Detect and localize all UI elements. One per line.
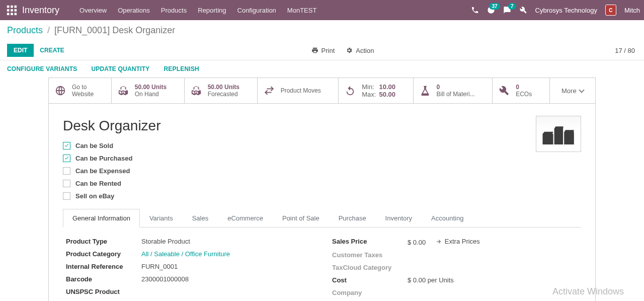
value-product-type: Storable Product bbox=[141, 238, 190, 245]
exchange-icon bbox=[264, 85, 275, 96]
breadcrumb-leaf: [FURN_0001] Desk Organizer bbox=[54, 25, 175, 35]
phone-icon[interactable] bbox=[471, 6, 479, 14]
top-nav: Inventory Overview Operations Products R… bbox=[0, 0, 644, 20]
label-company: Company bbox=[332, 289, 408, 296]
print-action[interactable]: Print bbox=[311, 47, 335, 54]
svg-rect-4 bbox=[11, 9, 13, 12]
caret-down-icon bbox=[579, 87, 584, 93]
value-sales-price: $ 0.00 bbox=[408, 239, 426, 246]
label-unspsc: UNSPSC Product bbox=[66, 288, 141, 295]
menu-configuration[interactable]: Configuration bbox=[237, 7, 276, 14]
boxes-icon bbox=[118, 85, 129, 96]
product-image[interactable] bbox=[536, 116, 581, 152]
activities-badge: 37 bbox=[489, 3, 500, 10]
tab-general[interactable]: General Information bbox=[63, 209, 140, 228]
value-barcode: 2300001000008 bbox=[141, 275, 189, 283]
replenish-link[interactable]: REPLENISH bbox=[164, 65, 199, 72]
organizer-icon bbox=[541, 121, 576, 147]
label-product-type: Product Type bbox=[66, 238, 141, 245]
tab-general-content: Product TypeStorable Product Product Cat… bbox=[63, 228, 581, 301]
check-can-be-expensed[interactable]: Can be Expensed bbox=[63, 167, 581, 175]
tab-inventory[interactable]: Inventory bbox=[376, 209, 422, 227]
boxes-icon bbox=[191, 85, 202, 96]
wrench-icon bbox=[499, 85, 510, 96]
menu-overview[interactable]: Overview bbox=[79, 7, 107, 14]
svg-rect-1 bbox=[11, 6, 13, 8]
stat-reorder[interactable]: Min:Max: 10.0050.00 bbox=[339, 78, 413, 103]
stat-website[interactable]: Go toWebsite bbox=[49, 78, 112, 103]
breadcrumb-root[interactable]: Products bbox=[7, 25, 43, 35]
stat-actions: CONFIGURE VARIANTS UPDATE QUANTITY REPLE… bbox=[0, 60, 644, 78]
check-can-be-rented[interactable]: Can be Rented bbox=[63, 180, 581, 187]
apps-icon[interactable] bbox=[6, 5, 17, 16]
form-sheet: Go toWebsite 50.00 UnitsOn Hand 50.00 Un… bbox=[48, 78, 596, 301]
refresh-icon bbox=[345, 85, 356, 96]
tab-accounting[interactable]: Accounting bbox=[422, 209, 473, 227]
stat-forecast[interactable]: 50.00 UnitsForecasted bbox=[185, 78, 258, 103]
main-menu: Overview Operations Products Reporting C… bbox=[79, 7, 471, 14]
value-cost: $ 0.00 per Units bbox=[408, 276, 454, 284]
configure-variants-link[interactable]: CONFIGURE VARIANTS bbox=[7, 65, 77, 72]
avatar[interactable]: C bbox=[605, 5, 616, 16]
svg-rect-5 bbox=[15, 9, 17, 12]
control-panel: Products / [FURN_0001] Desk Organizer ED… bbox=[0, 20, 644, 60]
check-can-be-sold[interactable]: Can be Sold bbox=[63, 142, 581, 149]
product-name: Desk Organizer bbox=[63, 118, 581, 134]
tab-sales[interactable]: Sales bbox=[183, 209, 218, 227]
app-brand[interactable]: Inventory bbox=[22, 5, 59, 16]
user-short[interactable]: Mitch bbox=[624, 7, 640, 14]
stat-onhand[interactable]: 50.00 UnitsOn Hand bbox=[112, 78, 185, 103]
edit-button[interactable]: EDIT bbox=[7, 44, 34, 57]
svg-rect-7 bbox=[11, 13, 13, 16]
value-product-category[interactable]: All / Saleable / Office Furniture bbox=[141, 250, 230, 258]
value-internal-ref: FURN_0001 bbox=[141, 263, 178, 270]
check-icon bbox=[64, 143, 69, 148]
label-product-category: Product Category bbox=[66, 250, 141, 258]
stat-moves[interactable]: Product Moves bbox=[258, 78, 339, 103]
label-customer-taxes: Customer Taxes bbox=[332, 251, 408, 259]
print-icon bbox=[311, 47, 318, 54]
update-quantity-link[interactable]: UPDATE QUANTITY bbox=[91, 65, 149, 72]
arrow-right-icon bbox=[436, 239, 442, 245]
tools-icon[interactable] bbox=[519, 6, 527, 14]
stat-eco[interactable]: 0ECOs bbox=[493, 78, 550, 103]
svg-rect-2 bbox=[15, 6, 17, 8]
stat-buttons: Go toWebsite 50.00 UnitsOn Hand 50.00 Un… bbox=[49, 78, 595, 104]
label-sales-price: Sales Price bbox=[332, 238, 408, 246]
menu-products[interactable]: Products bbox=[161, 7, 187, 14]
check-can-be-purchased[interactable]: Can be Purchased bbox=[63, 155, 581, 162]
breadcrumb: Products / [FURN_0001] Desk Organizer bbox=[7, 25, 637, 36]
tab-variants[interactable]: Variants bbox=[140, 209, 183, 227]
activities-tray[interactable]: 37 bbox=[487, 6, 495, 14]
globe-icon bbox=[55, 85, 66, 96]
svg-rect-6 bbox=[7, 13, 10, 16]
label-internal-ref: Internal Reference bbox=[66, 263, 141, 270]
chat-badge: 7 bbox=[508, 3, 516, 10]
menu-reporting[interactable]: Reporting bbox=[198, 7, 226, 14]
tab-purchase[interactable]: Purchase bbox=[329, 209, 376, 227]
flask-icon bbox=[420, 85, 431, 96]
discuss-tray[interactable]: 7 bbox=[503, 6, 511, 14]
tab-pos[interactable]: Point of Sale bbox=[273, 209, 329, 227]
action-dropdown[interactable]: Action bbox=[346, 47, 374, 54]
svg-rect-3 bbox=[7, 9, 10, 12]
stat-bom[interactable]: 0Bill of Materi... bbox=[414, 78, 493, 103]
label-cost: Cost bbox=[332, 276, 408, 284]
menu-montest[interactable]: MonTEST bbox=[287, 7, 317, 14]
stat-more[interactable]: More bbox=[550, 78, 595, 103]
svg-rect-8 bbox=[15, 13, 17, 16]
company-name[interactable]: Cybrosys Technology bbox=[535, 7, 597, 14]
label-taxcloud: TaxCloud Category bbox=[332, 264, 408, 271]
pager[interactable]: 17 / 80 bbox=[615, 47, 637, 54]
extra-prices-button[interactable]: Extra Prices bbox=[436, 238, 480, 245]
systray: 37 7 Cybrosys Technology C Mitch bbox=[471, 5, 640, 16]
windows-watermark: Activate Windows bbox=[552, 286, 624, 297]
tabs: General Information Variants Sales eComm… bbox=[63, 209, 581, 228]
create-button[interactable]: CREATE bbox=[34, 44, 70, 56]
tab-ecommerce[interactable]: eCommerce bbox=[218, 209, 273, 227]
check-sell-on-ebay[interactable]: Sell on eBay bbox=[63, 192, 581, 200]
gear-icon bbox=[346, 47, 353, 54]
menu-operations[interactable]: Operations bbox=[118, 7, 150, 14]
check-icon bbox=[64, 156, 69, 161]
label-barcode: Barcode bbox=[66, 275, 141, 283]
